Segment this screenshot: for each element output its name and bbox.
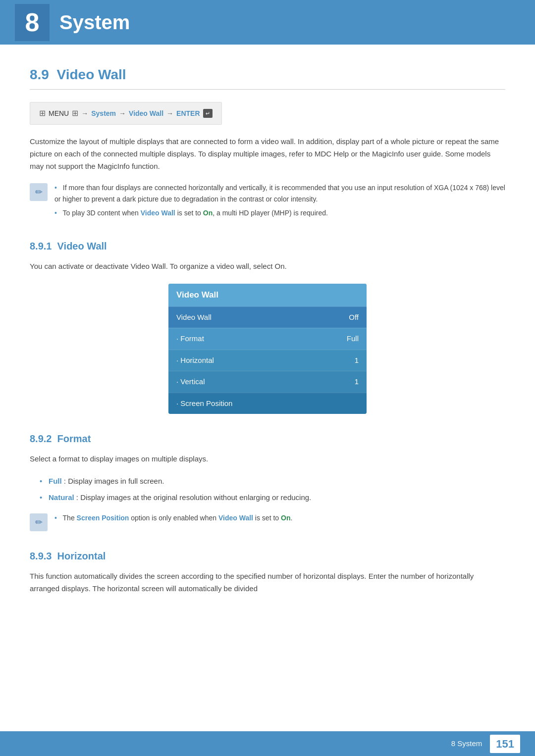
bullet-natural: Natural : Display images at the original… [40,492,505,504]
note-item-2: To play 3D content when Video Wall is se… [54,207,505,218]
page-footer: 8 System 151 [0,731,535,756]
vw-item-value-horizontal: 1 [355,355,359,366]
vw-menu-item-format[interactable]: · Format Full [168,328,367,350]
main-content: 8.9 Video Wall ⊞ MENU ⊞ → System → Video… [0,45,535,635]
vw-item-value-videowall: Off [349,312,359,323]
menu-enter: ENTER [176,108,200,119]
menu-grid-icon: ⊞ [72,107,78,119]
menu-system: System [91,108,116,119]
vw-item-value-vertical: 1 [355,376,359,388]
vw-item-label-format: · Format [176,333,204,345]
bullet-natural-text: : Display images at the original resolut… [76,493,311,502]
subsection-8-9-3-body: This function automatically divides the … [30,570,505,595]
note-content-1: If more than four displays are connected… [54,182,505,221]
note-item-1: If more than four displays are connected… [54,182,505,204]
chapter-number: 8 [15,4,50,41]
chapter-title: System [59,7,130,37]
footer-page-number: 151 [490,735,520,753]
vw-menu-item-vertical[interactable]: · Vertical 1 [168,371,367,393]
subsection-8-9-1-title: 8.9.1 Video Wall [30,239,505,253]
footer-label: 8 System [451,738,482,750]
videowall-menu: Video Wall Video Wall Off · Format Full … [168,284,367,414]
note-block-2: ✏ The Screen Position option is only ena… [30,512,505,531]
vw-item-label-vertical: · Vertical [176,376,205,388]
page-header: 8 System [0,0,535,45]
enter-icon: ↵ [203,109,213,118]
vw-item-label-screenposition: · Screen Position [176,398,232,409]
note-icon-1: ✏ [30,183,48,201]
section-title: 8.9 Video Wall [30,64,505,90]
menu-path: ⊞ MENU ⊞ → System → Video Wall → ENTER ↵ [30,102,222,125]
subsection-8-9-3-title: 8.9.3 Horizontal [30,549,505,563]
bullet-natural-label: Natural [49,493,74,502]
vw-menu-header: Video Wall [168,284,367,306]
vw-item-label-videowall: Video Wall [176,312,212,323]
vw-menu-item-horizontal[interactable]: · Horizontal 1 [168,350,367,371]
format-bullet-list: Full : Display images in full screen. Na… [40,475,505,504]
note-item-3: The Screen Position option is only enabl… [54,512,505,523]
note-icon-2: ✏ [30,513,48,531]
vw-menu-item-videowall[interactable]: Video Wall Off [168,306,367,328]
menu-icon: ⊞ [39,107,46,119]
menu-videowall: Video Wall [129,108,163,119]
vw-item-label-horizontal: · Horizontal [176,355,214,366]
bullet-full-text: : Display images in full screen. [64,477,164,485]
subsection-8-9-2-title: 8.9.2 Format [30,431,505,446]
vw-item-value-format: Full [347,333,359,345]
bullet-full: Full : Display images in full screen. [40,475,505,488]
vw-menu-item-screenposition[interactable]: · Screen Position [168,393,367,414]
note-block-1: ✏ If more than four displays are connect… [30,182,505,221]
note-content-2: The Screen Position option is only enabl… [54,512,505,526]
subsection-8-9-1-body: You can activate or deactivate Video Wal… [30,260,505,273]
subsection-8-9-2-body: Select a format to display images on mul… [30,453,505,465]
bullet-full-label: Full [49,477,62,485]
menu-label: MENU [49,108,69,119]
intro-text: Customize the layout of multiple display… [30,136,505,172]
